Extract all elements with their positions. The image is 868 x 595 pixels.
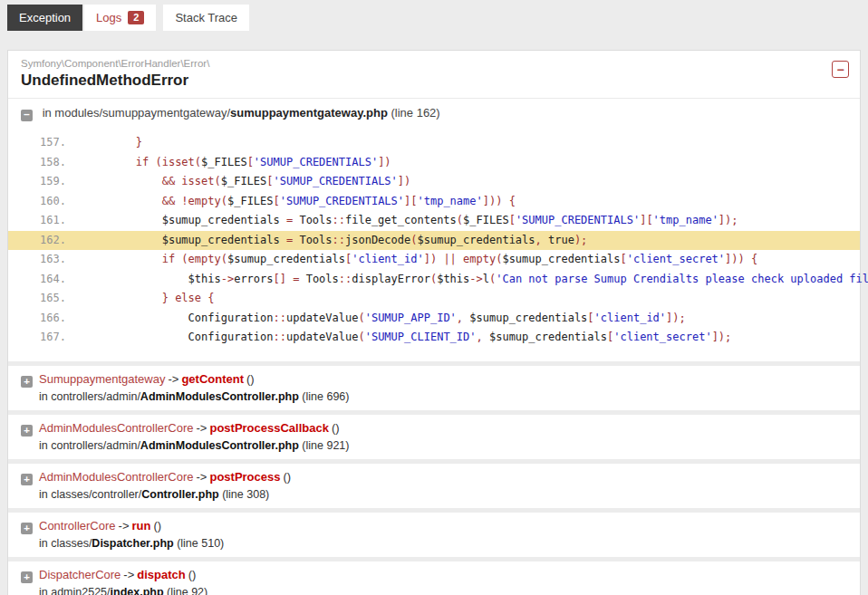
tab-exception[interactable]: Exception — [7, 5, 82, 31]
tab-stack-trace[interactable]: Stack Trace — [163, 5, 249, 31]
line-number: 158. — [40, 153, 83, 173]
code-line: 161. $sumup_credentials = Tools::file_ge… — [8, 211, 860, 231]
frame-method: postProcess — [209, 470, 280, 484]
expand-frame-icon[interactable]: + — [21, 571, 33, 583]
frame-class: AdminModulesControllerCore — [39, 421, 194, 435]
frame-parens: () — [246, 372, 255, 386]
line-number: 159. — [40, 172, 83, 192]
line-number: 163. — [40, 250, 83, 270]
frame-parens: () — [332, 421, 340, 435]
code-line: 167. Configuration::updateValue('SUMUP_C… — [8, 328, 860, 348]
arrow-icon: -> — [197, 421, 207, 435]
code-text: Configuration::updateValue('SUMUP_CLIENT… — [83, 328, 731, 348]
frame-class: Sumuppaymentgateway — [39, 372, 165, 386]
code-line: 166. Configuration::updateValue('SUMUP_A… — [8, 309, 860, 329]
code-text: $sumup_credentials = Tools::jsonDecode($… — [83, 231, 587, 251]
exception-panel: Symfony\Component\ErrorHandler\Error\ Un… — [7, 50, 861, 595]
line-number: 164. — [40, 270, 83, 290]
frame-class: ControllerCore — [39, 519, 116, 533]
frame-class: DispatcherCore — [39, 568, 121, 581]
logs-count-badge: 2 — [128, 11, 144, 24]
exception-name: UndefinedMethodError — [21, 72, 847, 90]
stack-frame: +Sumuppaymentgateway->getContent()in con… — [8, 361, 860, 410]
source-location: in modules/sumuppaymentgateway/sumuppaym… — [43, 106, 440, 120]
frame-parens: () — [284, 470, 292, 484]
frame-path: in admin2525/ — [39, 586, 111, 595]
frame-line: (line 696) — [299, 390, 350, 403]
arrow-icon: -> — [119, 519, 130, 533]
stack-frame: +DispatcherCore->dispatch()in admin2525/… — [8, 557, 860, 595]
frame-class: AdminModulesControllerCore — [39, 470, 194, 484]
code-block: 157. }158. if (isset($_FILES['SUMUP_CRED… — [8, 126, 860, 361]
arrow-icon: -> — [123, 568, 134, 581]
frame-method: getContent — [181, 372, 244, 386]
frame-line: (line 92) — [164, 586, 208, 595]
frame-title[interactable]: +Sumuppaymentgateway->getContent() — [21, 372, 847, 388]
frame-file: AdminModulesController.php — [140, 439, 299, 452]
frame-line: (line 921) — [299, 439, 350, 452]
collapse-panel-button[interactable]: − — [832, 61, 849, 78]
frame-title[interactable]: +DispatcherCore->dispatch() — [21, 568, 847, 583]
code-line: 160. && !empty($_FILES['SUMUP_CREDENTIAL… — [8, 192, 860, 212]
code-text: $this->errors[] = Tools::displayError($t… — [83, 270, 868, 290]
code-line: 163. if (empty($sumup_credentials['clien… — [8, 250, 860, 270]
line-number: 166. — [40, 309, 83, 329]
frame-location: in controllers/admin/AdminModulesControl… — [39, 390, 847, 403]
arrow-icon: -> — [197, 470, 207, 484]
tab-logs-label: Logs — [96, 11, 121, 24]
frame-location: in admin2525/index.php (line 92) — [39, 586, 847, 595]
code-line: 162. $sumup_credentials = Tools::jsonDec… — [8, 231, 860, 251]
frame-line: (line 308) — [219, 488, 270, 501]
line-number: 162. — [40, 231, 83, 251]
tab-bar: Exception Logs 2 Stack Trace — [0, 0, 868, 31]
line-number: 160. — [40, 192, 83, 212]
frame-location: in classes/Dispatcher.php (line 510) — [39, 537, 847, 550]
frame-title[interactable]: +AdminModulesControllerCore->postProcess… — [21, 470, 847, 485]
frame-method: run — [131, 519, 150, 533]
code-line: 157. } — [8, 133, 860, 153]
expand-frame-icon[interactable]: + — [21, 474, 33, 485]
expand-frame-icon[interactable]: + — [21, 376, 33, 388]
line-number: 161. — [40, 211, 83, 231]
code-line: 158. if (isset($_FILES['SUMUP_CREDENTIAL… — [8, 153, 860, 173]
expand-frame-icon[interactable]: + — [21, 523, 33, 534]
line-number: 157. — [40, 133, 83, 153]
source-file-row: − in modules/sumuppaymentgateway/sumuppa… — [8, 99, 860, 126]
collapse-code-icon[interactable]: − — [21, 110, 33, 121]
frame-title[interactable]: +ControllerCore->run() — [21, 519, 847, 534]
code-text: $sumup_credentials = Tools::file_get_con… — [83, 211, 738, 231]
frame-method: postProcessCallback — [209, 421, 329, 435]
frame-method: dispatch — [137, 568, 185, 581]
arrow-icon: -> — [168, 372, 178, 386]
stack-frame: +AdminModulesControllerCore->postProcess… — [8, 410, 860, 459]
code-text: && !empty($_FILES['SUMUP_CREDENTIALS']['… — [83, 192, 516, 212]
code-text: if (empty($sumup_credentials['client_id'… — [83, 250, 757, 270]
tab-logs[interactable]: Logs 2 — [84, 5, 156, 31]
frame-path: in classes/ — [39, 537, 92, 550]
stack-frames: +Sumuppaymentgateway->getContent()in con… — [8, 361, 860, 595]
frame-line: (line 510) — [174, 537, 225, 550]
frame-file: Dispatcher.php — [92, 537, 173, 550]
source-line: (line 162) — [388, 106, 440, 120]
frame-location: in classes/controller/Controller.php (li… — [39, 488, 847, 501]
source-path: in modules/sumuppaymentgateway/ — [43, 106, 230, 120]
frame-file: AdminModulesController.php — [140, 390, 299, 403]
code-text: } — [83, 133, 142, 153]
line-number: 165. — [40, 289, 83, 309]
error-page: Exception Logs 2 Stack Trace Symfony\Com… — [0, 0, 868, 595]
frame-file: Controller.php — [141, 488, 218, 501]
expand-frame-icon[interactable]: + — [21, 425, 33, 437]
minus-icon: − — [836, 62, 844, 77]
frame-title[interactable]: +AdminModulesControllerCore->postProcess… — [21, 421, 847, 437]
source-file: sumuppaymentgateway.php — [230, 106, 388, 120]
frame-parens: () — [153, 519, 161, 533]
code-line: 164. $this->errors[] = Tools::displayErr… — [8, 270, 860, 290]
stack-frame: +AdminModulesControllerCore->postProcess… — [8, 459, 860, 508]
frame-parens: () — [188, 568, 197, 581]
code-text: } else { — [83, 289, 215, 309]
exception-namespace: Symfony\Component\ErrorHandler\Error\ — [21, 58, 847, 69]
code-text: && isset($_FILES['SUMUP_CREDENTIALS']) — [83, 172, 410, 192]
line-number: 167. — [40, 328, 83, 348]
code-line: 159. && isset($_FILES['SUMUP_CREDENTIALS… — [8, 172, 860, 192]
tab-exception-label: Exception — [19, 11, 71, 24]
